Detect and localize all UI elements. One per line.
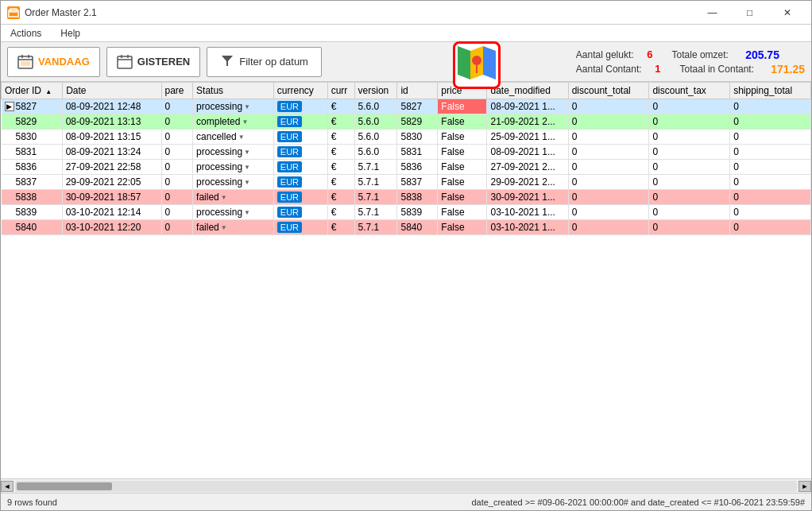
- cell-curr: €: [327, 114, 354, 130]
- cell-version: 5.7.1: [354, 190, 397, 205]
- cell-shipping-total: 0: [730, 160, 811, 175]
- cell-currency: EUR: [273, 220, 327, 235]
- col-header-currency[interactable]: currency: [273, 83, 327, 99]
- cell-currency: EUR: [273, 190, 327, 205]
- cell-price: False: [438, 205, 487, 220]
- cell-status: processing ▼: [193, 99, 274, 114]
- vandaag-icon: [17, 54, 33, 70]
- horizontal-scrollbar[interactable]: ◄ ►: [1, 478, 811, 493]
- title-bar-left: Order Master 2.1: [7, 6, 97, 19]
- gisteren-button[interactable]: GISTEREN: [106, 47, 200, 77]
- scroll-track[interactable]: [15, 481, 797, 492]
- close-button[interactable]: ✕: [769, 5, 805, 21]
- cell-status: failed ▼: [193, 220, 274, 235]
- cell-id: 5839: [397, 205, 438, 220]
- cell-discount-total: 0: [568, 175, 649, 190]
- cell-currency: EUR: [273, 160, 327, 175]
- currency-badge: EUR: [277, 161, 302, 172]
- cell-discount-tax: 0: [649, 190, 730, 205]
- menu-actions[interactable]: Actions: [4, 26, 48, 41]
- cell-version: 5.6.0: [354, 114, 397, 130]
- status-dropdown-arrow[interactable]: ▼: [244, 164, 250, 171]
- cell-discount-total: 0: [568, 114, 649, 130]
- cell-discount-total: 0: [568, 130, 649, 145]
- aantal-contant-value: 1: [645, 63, 661, 75]
- col-header-parent[interactable]: pare: [161, 83, 193, 99]
- cell-parent: 0: [161, 114, 193, 130]
- status-dropdown-arrow[interactable]: ▼: [238, 134, 245, 141]
- scroll-right-btn[interactable]: ►: [798, 481, 811, 492]
- status-dropdown-arrow[interactable]: ▼: [244, 179, 250, 186]
- filter-expr: date_created >= #09-06-2021 00:00:00# an…: [471, 497, 805, 507]
- maximize-button[interactable]: □: [732, 5, 768, 21]
- cell-currency: EUR: [273, 99, 327, 114]
- menu-help[interactable]: Help: [54, 26, 87, 41]
- col-header-shipping[interactable]: shipping_total: [730, 83, 811, 99]
- col-header-curr[interactable]: curr: [327, 83, 354, 99]
- cell-orderid: 5840: [2, 220, 63, 234]
- col-header-id[interactable]: id: [397, 83, 438, 99]
- table-row[interactable]: ▶ 5827 08-09-2021 12:48 0 processing ▼ E…: [2, 99, 811, 114]
- cell-datemod: 25-09-2021 1...: [487, 130, 568, 145]
- totaal-contant-label: Totaal in Contant:: [680, 64, 754, 75]
- filter-button[interactable]: Filter op datum: [207, 47, 322, 77]
- cell-shipping-total: 0: [730, 220, 811, 235]
- table-row[interactable]: 5831 08-09-2021 13:24 0 processing ▼ EUR…: [2, 145, 811, 160]
- currency-badge: EUR: [277, 116, 302, 127]
- cell-orderid: 5831: [2, 145, 63, 159]
- cell-version: 5.7.1: [354, 160, 397, 175]
- main-window: Order Master 2.1 — □ ✕ Actions Help: [0, 0, 812, 511]
- cell-parent: 0: [161, 190, 193, 205]
- table-row[interactable]: 5837 29-09-2021 22:05 0 processing ▼ EUR…: [2, 175, 811, 190]
- table-row[interactable]: 5838 30-09-2021 18:57 0 failed ▼ EUR € 5…: [2, 190, 811, 205]
- cell-shipping-total: 0: [730, 99, 811, 114]
- col-header-version[interactable]: version: [354, 83, 397, 99]
- cell-curr: €: [327, 145, 354, 160]
- expand-button[interactable]: ▶: [5, 102, 14, 111]
- table-row[interactable]: 5830 08-09-2021 13:15 0 cancelled ▼ EUR …: [2, 130, 811, 145]
- minimize-button[interactable]: —: [694, 5, 730, 21]
- cell-discount-tax: 0: [649, 130, 730, 145]
- svg-marker-3: [483, 46, 496, 79]
- cell-version: 5.6.0: [354, 145, 397, 160]
- status-dropdown-arrow[interactable]: ▼: [242, 118, 248, 126]
- cell-datemod: 27-09-2021 2...: [487, 160, 568, 175]
- vandaag-button[interactable]: VANDAAG: [7, 47, 100, 77]
- cell-status: completed ▼: [193, 114, 274, 130]
- col-header-discounttax[interactable]: discount_tax: [649, 83, 730, 99]
- table-wrapper[interactable]: Order ID ▲ Date pare Status currency cur…: [1, 82, 811, 478]
- table-row[interactable]: 5839 03-10-2021 12:14 0 processing ▼ EUR…: [2, 205, 811, 220]
- status-dropdown-arrow[interactable]: ▼: [221, 224, 227, 231]
- cell-version: 5.7.1: [354, 205, 397, 220]
- status-dropdown-arrow[interactable]: ▼: [221, 194, 227, 201]
- table-row[interactable]: 5840 03-10-2021 12:20 0 failed ▼ EUR € 5…: [2, 220, 811, 235]
- currency-badge: EUR: [277, 101, 302, 112]
- col-header-discount[interactable]: discount_total: [568, 83, 649, 99]
- scroll-thumb[interactable]: [17, 482, 112, 490]
- col-header-orderid[interactable]: Order ID ▲: [2, 83, 63, 99]
- status-dropdown-arrow[interactable]: ▼: [244, 103, 250, 110]
- cell-discount-tax: 0: [649, 114, 730, 130]
- table-row[interactable]: 5829 08-09-2021 13:13 0 completed ▼ EUR …: [2, 114, 811, 130]
- cell-shipping-total: 0: [730, 175, 811, 190]
- col-header-status[interactable]: Status: [193, 83, 274, 99]
- cell-id: 5831: [397, 145, 438, 160]
- sort-arrow-orderid: ▲: [45, 88, 52, 95]
- vandaag-label: VANDAAG: [38, 56, 90, 68]
- cell-id: 5829: [397, 114, 438, 130]
- cell-date: 30-09-2021 18:57: [63, 190, 161, 205]
- col-header-date[interactable]: Date: [63, 83, 161, 99]
- totaal-contant-value: 171.25: [757, 63, 805, 75]
- cell-status: processing ▼: [193, 145, 274, 160]
- toolbar: VANDAAG GISTEREN: [1, 42, 811, 82]
- cell-status: processing ▼: [193, 175, 274, 190]
- cell-price: False: [438, 220, 487, 235]
- status-dropdown-arrow[interactable]: ▼: [244, 149, 250, 156]
- status-dropdown-arrow[interactable]: ▼: [244, 209, 250, 216]
- cell-discount-total: 0: [568, 220, 649, 235]
- cell-discount-total: 0: [568, 99, 649, 114]
- cell-id: 5836: [397, 160, 438, 175]
- cell-date: 08-09-2021 12:48: [63, 99, 161, 114]
- scroll-left-btn[interactable]: ◄: [1, 481, 14, 492]
- table-row[interactable]: 5836 27-09-2021 22:58 0 processing ▼ EUR…: [2, 160, 811, 175]
